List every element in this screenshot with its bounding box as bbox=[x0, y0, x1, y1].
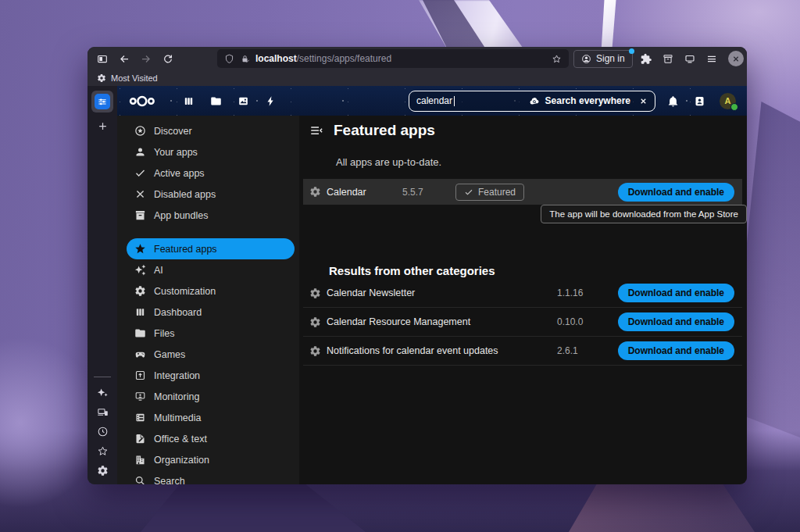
building-icon bbox=[134, 454, 146, 466]
bookmarks-star-icon[interactable] bbox=[97, 445, 109, 457]
sidebar-item-customization[interactable]: Customization bbox=[127, 280, 295, 302]
lock-insecure-icon[interactable] bbox=[240, 54, 250, 64]
archive-icon bbox=[134, 209, 146, 221]
library-button[interactable] bbox=[659, 50, 677, 67]
app-row[interactable]: Calendar Resource Management 0.10.0 Down… bbox=[303, 308, 742, 337]
sidebar-item-label: Multimedia bbox=[154, 412, 201, 423]
nextcloud-settings-favicon bbox=[95, 94, 110, 109]
sidebar-item-games[interactable]: Games bbox=[127, 344, 295, 365]
unified-search-input[interactable]: calendar Search everywhere bbox=[409, 91, 655, 112]
sidebar-item-disabled-apps[interactable]: Disabled apps bbox=[127, 184, 295, 205]
sidebar-item-dashboard[interactable]: Dashboard bbox=[127, 302, 295, 323]
dashboard-app-icon[interactable] bbox=[183, 95, 195, 107]
files-app-icon[interactable] bbox=[210, 95, 222, 107]
sidebar-toggle-button[interactable] bbox=[94, 50, 111, 67]
browser-toolbar: localhost/settings/apps/featured Sign in bbox=[88, 47, 747, 70]
cloud-search-icon bbox=[529, 95, 541, 107]
app-icon bbox=[309, 287, 321, 299]
star-icon bbox=[134, 243, 146, 255]
sidebar-item-app-bundles[interactable]: App bundles bbox=[127, 205, 295, 226]
forward-button[interactable] bbox=[138, 50, 155, 67]
sidebar-item-your-apps[interactable]: Your apps bbox=[127, 141, 295, 162]
featured-badge: Featured bbox=[455, 184, 524, 201]
sidebar-item-label: Dashboard bbox=[154, 307, 202, 318]
signin-button[interactable]: Sign in bbox=[573, 50, 633, 68]
url-path: /settings/apps/featured bbox=[297, 53, 391, 64]
account-circle-icon bbox=[581, 54, 591, 64]
tab-nextcloud-settings[interactable] bbox=[91, 91, 113, 112]
background-shape bbox=[0, 337, 102, 509]
app-menu-button[interactable] bbox=[703, 50, 720, 67]
history-clock-icon[interactable] bbox=[97, 426, 109, 437]
app-icon bbox=[309, 345, 321, 357]
close-window-button[interactable] bbox=[728, 51, 744, 66]
cog-icon bbox=[134, 285, 146, 297]
notifications-bell-icon[interactable] bbox=[667, 95, 679, 107]
clear-search-icon[interactable] bbox=[639, 97, 648, 105]
columns-icon bbox=[134, 306, 146, 318]
new-tab-button[interactable] bbox=[97, 120, 109, 132]
contacts-icon[interactable] bbox=[694, 95, 705, 107]
download-enable-button[interactable]: Download and enable bbox=[618, 341, 734, 360]
sidebar-item-integration[interactable]: Integration bbox=[127, 365, 295, 386]
most-visited-label[interactable]: Most Visited bbox=[111, 73, 158, 83]
activity-app-icon[interactable] bbox=[265, 95, 277, 107]
download-tooltip: The app will be downloaded from the App … bbox=[541, 205, 747, 223]
sidebar-item-label: Organization bbox=[154, 455, 209, 466]
star-circle-icon bbox=[134, 125, 146, 137]
download-enable-button[interactable]: Download and enable bbox=[618, 284, 734, 302]
nextcloud-logo[interactable] bbox=[128, 93, 156, 109]
tracking-shield-icon[interactable] bbox=[224, 54, 234, 64]
screens-button[interactable] bbox=[681, 50, 698, 67]
bookmark-star-icon[interactable] bbox=[552, 54, 562, 64]
check-icon bbox=[464, 187, 473, 197]
controller-icon bbox=[134, 348, 146, 360]
vertical-tab-strip bbox=[88, 86, 117, 484]
sidebar-item-organization[interactable]: Organization bbox=[127, 449, 295, 470]
sidebar-item-label: Files bbox=[154, 328, 174, 339]
app-row-calendar[interactable]: Calendar 5.5.7 Featured Download and ena… bbox=[303, 179, 742, 205]
app-row[interactable]: Calendar Newsletter 1.1.16 Download and … bbox=[303, 279, 742, 308]
update-status-text: All apps are up-to-date. bbox=[336, 156, 747, 166]
sidebar-item-active-apps[interactable]: Active apps bbox=[127, 162, 295, 184]
account-icon bbox=[134, 146, 146, 158]
download-enable-button[interactable]: Download and enable bbox=[618, 312, 734, 331]
devices-icon[interactable] bbox=[97, 406, 109, 418]
sidebar-item-label: Integration bbox=[154, 370, 200, 381]
app-icon bbox=[309, 316, 321, 328]
toggle-navigation-icon[interactable] bbox=[309, 123, 323, 137]
download-enable-button[interactable]: Download and enable bbox=[618, 183, 734, 202]
sidebar-item-label: AI bbox=[154, 265, 163, 276]
page-title: Featured apps bbox=[334, 122, 435, 139]
user-avatar[interactable]: A bbox=[720, 93, 736, 109]
reload-button[interactable] bbox=[159, 50, 177, 67]
sidebar-item-files[interactable]: Files bbox=[127, 323, 295, 344]
app-name: Calendar bbox=[327, 187, 402, 198]
avatar-letter: A bbox=[725, 96, 731, 105]
sidebar-item-search[interactable]: Search bbox=[127, 470, 295, 484]
online-status-dot bbox=[730, 103, 738, 111]
sidebar-item-ai[interactable]: AI bbox=[127, 259, 295, 280]
package-up-icon bbox=[134, 370, 146, 381]
settings-gear-icon[interactable] bbox=[97, 465, 109, 477]
ai-sparkle-icon[interactable] bbox=[97, 387, 109, 398]
sidebar-item-featured-apps[interactable]: Featured apps bbox=[127, 238, 295, 259]
browser-window: localhost/settings/apps/featured Sign in… bbox=[88, 47, 747, 484]
extensions-button[interactable] bbox=[638, 50, 655, 67]
sidebar-item-monitoring[interactable]: Monitoring bbox=[127, 386, 295, 407]
monitor-account-icon bbox=[134, 391, 146, 402]
url-bar[interactable]: localhost/settings/apps/featured bbox=[217, 49, 569, 68]
sidebar-item-label: Search bbox=[154, 476, 185, 485]
search-everywhere-button[interactable]: Search everywhere bbox=[529, 95, 630, 107]
sidebar-item-label: Monitoring bbox=[154, 391, 199, 402]
sidebar-item-multimedia[interactable]: Multimedia bbox=[127, 407, 295, 428]
sidebar-item-label: App bundles bbox=[154, 210, 209, 221]
sidebar-item-office-text[interactable]: Office & text bbox=[127, 428, 295, 449]
back-button[interactable] bbox=[116, 50, 133, 67]
app-row[interactable]: Notifications for calendar event updates… bbox=[303, 337, 742, 366]
photos-app-icon[interactable] bbox=[238, 95, 249, 107]
search-value: calendar bbox=[416, 95, 452, 106]
text-cursor bbox=[454, 96, 455, 106]
sidebar-item-discover[interactable]: Discover bbox=[127, 120, 295, 141]
sidebar-item-label: Active apps bbox=[154, 168, 205, 179]
